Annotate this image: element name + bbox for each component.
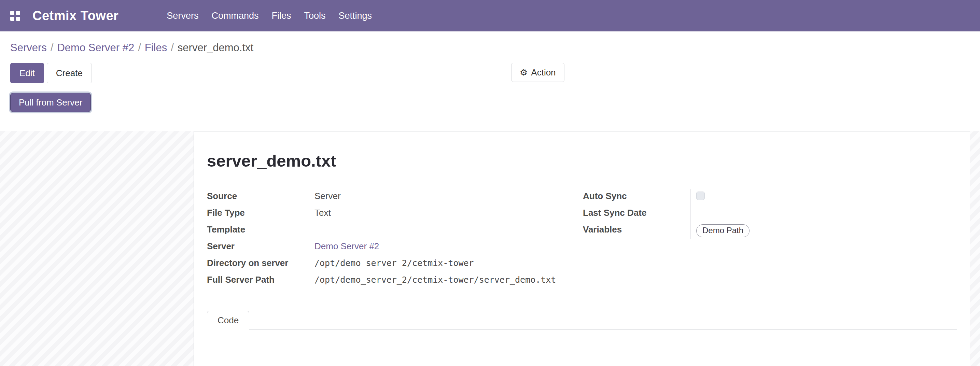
field-value-variables: Demo Path <box>690 222 924 239</box>
apps-grid-dot <box>16 11 20 15</box>
control-panel: Servers/Demo Server #2/Files/server_demo… <box>0 32 980 121</box>
record-title: server_demo.txt <box>207 151 957 170</box>
object-buttons-row: Pull from Server <box>0 83 980 121</box>
field-label-full-path: Full Server Path <box>207 272 315 289</box>
apps-grid-dot <box>16 17 20 21</box>
action-button[interactable]: ⚙ Action <box>511 63 565 82</box>
menu-commands[interactable]: Commands <box>205 8 265 24</box>
breadcrumb-separator: / <box>134 41 145 54</box>
server-record-link[interactable]: Demo Server #2 <box>315 241 379 251</box>
field-row-auto-sync: Auto Sync <box>583 189 924 205</box>
field-label-template: Template <box>207 222 315 239</box>
breadcrumb: Servers/Demo Server #2/Files/server_demo… <box>0 32 980 55</box>
field-value-full-path: /opt/demo_server_2/cetmix-tower/server_d… <box>315 272 556 289</box>
action-button-label: Action <box>531 67 555 78</box>
notebook: Code <box>207 310 957 366</box>
create-button[interactable]: Create <box>47 63 92 83</box>
field-value-directory: /opt/demo_server_2/cetmix-tower <box>315 256 474 272</box>
menu-servers[interactable]: Servers <box>160 8 205 24</box>
field-value-server: Demo Server #2 <box>315 239 379 256</box>
field-group-right: Auto Sync Last Sync Date Variables Demo … <box>583 189 924 239</box>
field-row-file-type: File Type Text <box>207 205 570 222</box>
variable-tag: Demo Path <box>696 224 749 237</box>
menu-files[interactable]: Files <box>265 8 298 24</box>
field-value-last-sync-date <box>690 205 924 222</box>
toolbar: Edit Create ⚙ Action <box>0 55 980 83</box>
edit-button[interactable]: Edit <box>10 63 44 83</box>
form-background: server_demo.txt Source Server File Type … <box>0 131 980 366</box>
breadcrumb-demo-server[interactable]: Demo Server #2 <box>57 41 134 54</box>
gear-icon: ⚙ <box>520 68 528 77</box>
field-row-source: Source Server <box>207 189 570 205</box>
breadcrumb-separator: / <box>47 41 57 54</box>
top-navbar: Cetmix Tower Servers Commands Files Tool… <box>0 0 980 32</box>
field-row-last-sync-date: Last Sync Date <box>583 205 924 222</box>
field-row-variables: Variables Demo Path <box>583 222 924 239</box>
field-label-auto-sync: Auto Sync <box>583 189 690 205</box>
field-label-variables: Variables <box>583 222 690 239</box>
field-label-server: Server <box>207 239 315 256</box>
field-label-last-sync-date: Last Sync Date <box>583 205 690 222</box>
apps-grid-dot <box>10 17 14 21</box>
apps-grid-dot <box>10 11 14 15</box>
apps-menu-icon[interactable] <box>10 11 20 21</box>
breadcrumb-files[interactable]: Files <box>145 41 167 54</box>
breadcrumb-separator: / <box>167 41 178 54</box>
code-tab-content <box>207 330 957 366</box>
pull-from-server-button[interactable]: Pull from Server <box>10 93 91 112</box>
field-label-directory: Directory on server <box>207 256 315 272</box>
field-value-file-type: Text <box>315 205 331 222</box>
field-row-directory: Directory on server /opt/demo_server_2/c… <box>207 256 570 272</box>
form-sheet: server_demo.txt Source Server File Type … <box>194 131 970 366</box>
menu-tools[interactable]: Tools <box>298 8 332 24</box>
field-row-full-path: Full Server Path /opt/demo_server_2/cetm… <box>207 272 570 289</box>
app-brand[interactable]: Cetmix Tower <box>32 8 118 23</box>
notebook-tabs: Code <box>207 310 957 330</box>
field-value-auto-sync <box>690 189 924 205</box>
field-label-source: Source <box>207 189 315 205</box>
auto-sync-checkbox <box>696 191 705 200</box>
field-group-left: Source Server File Type Text Template Se… <box>207 189 570 289</box>
field-row-server: Server Demo Server #2 <box>207 239 570 256</box>
field-row-template: Template <box>207 222 570 239</box>
breadcrumb-servers[interactable]: Servers <box>10 41 47 54</box>
tab-code[interactable]: Code <box>207 311 249 330</box>
field-value-source: Server <box>315 189 341 205</box>
breadcrumb-current: server_demo.txt <box>178 41 253 54</box>
menu-settings[interactable]: Settings <box>332 8 378 24</box>
field-label-file-type: File Type <box>207 205 315 222</box>
main-menu: Servers Commands Files Tools Settings <box>160 8 378 24</box>
field-groups: Source Server File Type Text Template Se… <box>207 189 957 289</box>
